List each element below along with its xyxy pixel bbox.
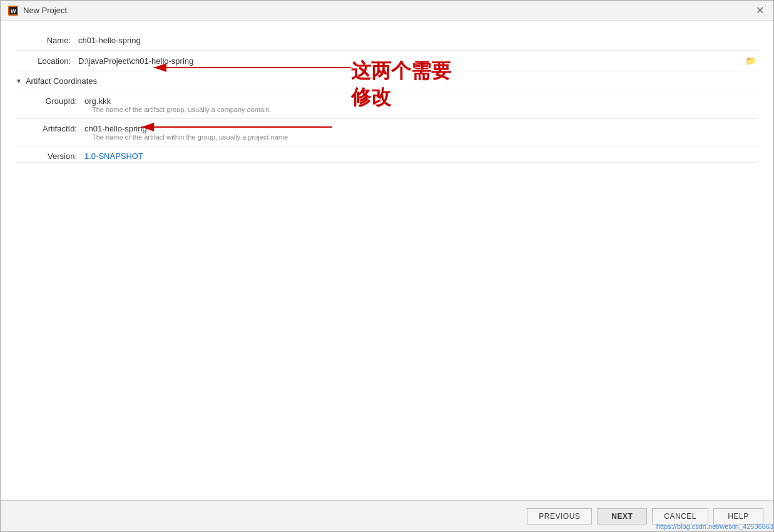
groupid-hint: The name of the artifact group, usually … [16, 106, 758, 117]
next-button[interactable]: NEXT [597, 508, 647, 524]
previous-button[interactable]: PREVIOUS [527, 508, 592, 524]
version-field: Version: 1.0-SNAPSHOT [16, 146, 758, 163]
svg-text:W: W [11, 8, 16, 14]
form-section: Name: ch01-hello-spring Location: D:\jav… [1, 31, 773, 71]
groupid-value[interactable]: org.kkk [84, 96, 111, 106]
title-bar: W New Project ✕ [1, 1, 773, 21]
name-row: Name: ch01-hello-spring [16, 31, 758, 51]
app-icon: W [8, 6, 18, 16]
artifactid-label: ArtifactId: [16, 124, 84, 133]
main-content: 这两个需要 修改 Name: ch01-hello-spring Locatio… [1, 21, 773, 500]
new-project-window: W New Project ✕ 这两个需要 [0, 0, 774, 532]
title-bar-left: W New Project [8, 6, 67, 16]
help-button[interactable]: HELP [713, 508, 763, 524]
name-value[interactable]: ch01-hello-spring [78, 36, 758, 45]
watermark: https://blog.csdn.net/weixin_42536863 [656, 523, 773, 530]
name-label: Name: [16, 36, 78, 45]
version-value[interactable]: 1.0-SNAPSHOT [84, 151, 143, 161]
location-path[interactable]: D:\javaProject\ch01-hello-spring [78, 56, 193, 66]
groupid-label: GroupId: [16, 96, 84, 106]
folder-icon[interactable]: 📁 [745, 56, 756, 66]
window-title: New Project [23, 6, 67, 15]
version-label: Version: [16, 151, 84, 161]
artifactid-field: ArtifactId: ch01-hello-spring The name o… [16, 119, 758, 146]
location-label: Location: [16, 56, 78, 66]
artifact-section: ▼ Artifact Coordinates GroupId: org.kkk … [1, 71, 773, 163]
version-row: Version: 1.0-SNAPSHOT [16, 151, 758, 161]
artifact-section-label: Artifact Coordinates [26, 76, 97, 86]
artifactid-hint: The name of the artifact within the grou… [16, 133, 758, 145]
location-row: Location: D:\javaProject\ch01-hello-spri… [16, 51, 758, 71]
artifactid-value[interactable]: ch01-hello-spring [84, 124, 147, 133]
artifactid-row: ArtifactId: ch01-hello-spring [16, 124, 758, 133]
groupid-row: GroupId: org.kkk [16, 96, 758, 106]
close-button[interactable]: ✕ [753, 4, 766, 17]
artifact-header[interactable]: ▼ Artifact Coordinates [16, 71, 758, 91]
cancel-button[interactable]: CANCEL [652, 508, 708, 524]
groupid-field: GroupId: org.kkk The name of the artifac… [16, 91, 758, 119]
bottom-bar: PREVIOUS NEXT CANCEL HELP https://blog.c… [1, 500, 773, 531]
location-value: D:\javaProject\ch01-hello-spring 📁 [78, 56, 758, 66]
collapse-arrow-icon: ▼ [16, 78, 22, 84]
